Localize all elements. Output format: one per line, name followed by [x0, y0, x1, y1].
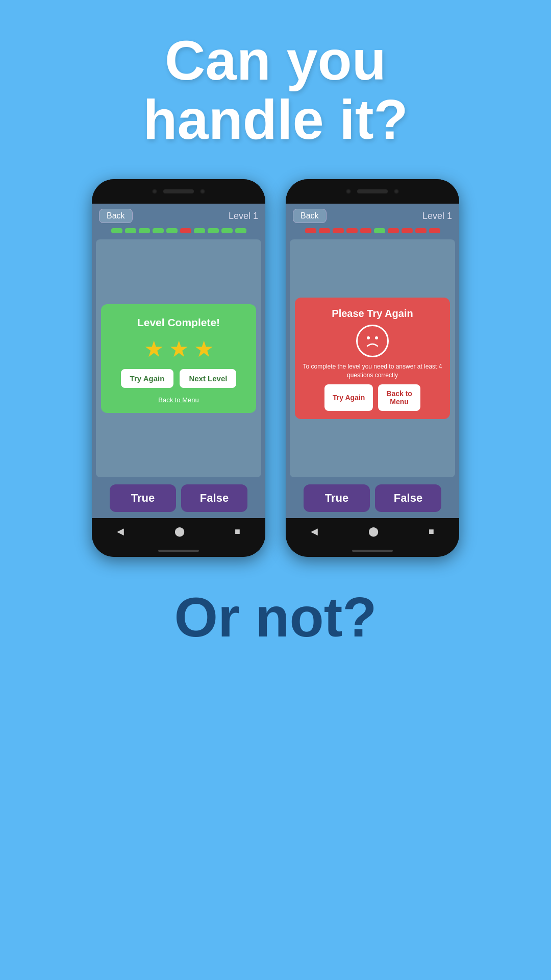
home-bar-left	[158, 550, 199, 552]
phone-left-camera2	[200, 189, 205, 194]
prog-dot	[360, 228, 371, 233]
prog-dot	[180, 228, 191, 233]
phone-left: Back Level 1 Level Complete! ★	[92, 179, 265, 557]
nav-back-icon-right: ◀	[311, 526, 318, 537]
phone-right-bottom-buttons: True False	[286, 479, 459, 518]
star-1: ★	[144, 336, 164, 362]
try-again-button-left[interactable]: Try Again	[121, 369, 174, 388]
false-button-right[interactable]: False	[375, 484, 441, 512]
phone-left-camera	[152, 189, 157, 194]
prog-dot	[194, 228, 205, 233]
nav-home-icon-left: ⬤	[174, 526, 185, 537]
phone-right-speaker	[357, 189, 388, 193]
try-again-button-right[interactable]: Try Again	[324, 384, 373, 411]
phone-right-screen: Back Level 1 Please Try Again	[286, 204, 459, 518]
phone-left-bottom-buttons: True False	[92, 479, 265, 518]
prog-dot	[221, 228, 233, 233]
phone-left-top-bezel	[92, 179, 265, 204]
prog-dot	[333, 228, 344, 233]
phone-left-topbar: Back Level 1	[92, 204, 265, 226]
phone-right-content: Please Try Again To complete the level y…	[290, 239, 455, 477]
phone-right: Back Level 1 Please Try Again	[286, 179, 459, 557]
home-bar-right	[352, 550, 393, 552]
star-3: ★	[194, 336, 214, 362]
true-button-right[interactable]: True	[304, 484, 370, 512]
prog-dot	[153, 228, 164, 233]
nav-back-icon-left: ◀	[117, 526, 124, 537]
phone-right-camera	[346, 189, 351, 194]
prog-dot	[139, 228, 150, 233]
success-title: Level Complete!	[137, 316, 220, 329]
phone-left-back-button[interactable]: Back	[99, 209, 133, 223]
phone-right-progress-row	[286, 226, 459, 237]
fail-subtitle: To complete the level you need to answer…	[302, 362, 443, 380]
phone-left-screen: Back Level 1 Level Complete! ★	[92, 204, 265, 518]
phone-right-top-bezel	[286, 179, 459, 204]
phone-right-camera2	[394, 189, 399, 194]
phone-right-topbar: Back Level 1	[286, 204, 459, 226]
prog-dot	[208, 228, 219, 233]
success-buttons-row: Try Again Next Level	[121, 369, 237, 388]
fail-card: Please Try Again To complete the level y…	[295, 298, 450, 420]
next-level-button[interactable]: Next Level	[180, 369, 236, 388]
prog-dot	[415, 228, 427, 233]
prog-dot	[388, 228, 399, 233]
false-button-left[interactable]: False	[181, 484, 247, 512]
phone-left-level-label: Level 1	[229, 211, 258, 222]
back-to-menu-button-right[interactable]: Back to Menu	[378, 384, 420, 411]
prog-dot	[235, 228, 246, 233]
back-to-menu-link-left[interactable]: Back to Menu	[158, 396, 199, 404]
headline-top: Can you handle it?	[143, 31, 408, 149]
success-card: Level Complete! ★ ★ ★ Try Again Next Lev…	[101, 304, 256, 413]
phone-right-bottom-bezel	[286, 545, 459, 557]
sad-face-circle	[356, 325, 389, 357]
prog-dot	[125, 228, 136, 233]
phone-left-content: Level Complete! ★ ★ ★ Try Again Next Lev…	[96, 239, 261, 477]
fail-buttons-row: Try Again Back to Menu	[324, 384, 420, 411]
phone-right-back-button[interactable]: Back	[293, 209, 327, 223]
sad-face-icon	[360, 329, 385, 353]
nav-recent-icon-right: ■	[429, 526, 434, 537]
nav-recent-icon-left: ■	[235, 526, 240, 537]
svg-point-1	[375, 336, 378, 339]
prog-dot	[374, 228, 385, 233]
phone-right-level-label: Level 1	[422, 211, 452, 222]
phone-left-bottom-bezel	[92, 545, 265, 557]
prog-dot	[166, 228, 178, 233]
nav-home-icon-right: ⬤	[368, 526, 379, 537]
prog-dot	[402, 228, 413, 233]
phones-container: Back Level 1 Level Complete! ★	[92, 179, 459, 557]
prog-dot	[305, 228, 316, 233]
fail-title: Please Try Again	[332, 308, 413, 320]
prog-dot	[346, 228, 358, 233]
prog-dot	[319, 228, 330, 233]
phone-left-nav: ◀ ⬤ ■	[92, 518, 265, 545]
headline-bottom: Or not?	[174, 587, 377, 647]
phone-left-speaker	[163, 189, 194, 193]
phone-left-progress-row	[92, 226, 265, 237]
prog-dot	[111, 228, 122, 233]
svg-point-0	[367, 336, 370, 339]
true-button-left[interactable]: True	[110, 484, 176, 512]
star-2: ★	[169, 336, 189, 362]
phone-right-nav: ◀ ⬤ ■	[286, 518, 459, 545]
prog-dot	[429, 228, 440, 233]
stars-row: ★ ★ ★	[144, 336, 214, 362]
